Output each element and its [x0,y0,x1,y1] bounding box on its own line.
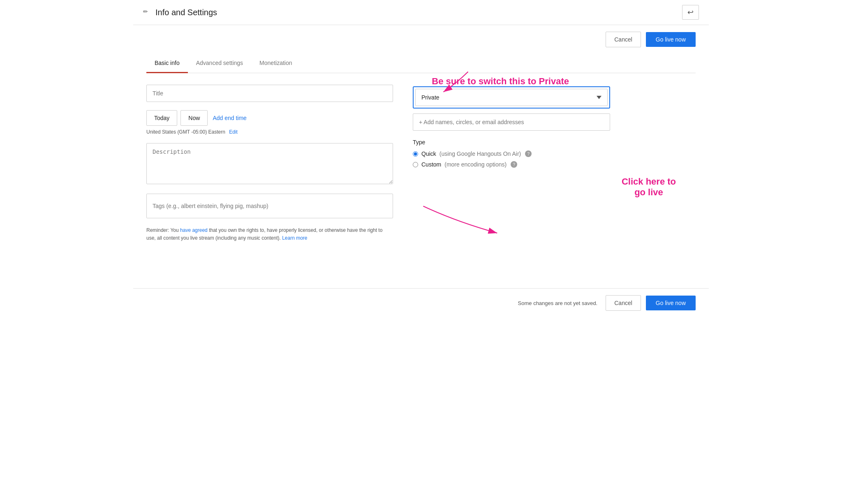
bottom-bar: Some changes are not yet saved. Cancel G… [133,288,709,317]
top-action-bar: Cancel Go live now [133,25,709,54]
type-quick-radio[interactable] [413,151,418,157]
privacy-select[interactable]: Private Public Unlisted [415,89,608,106]
description-input[interactable] [146,143,393,184]
bottom-status-text: Some changes are not yet saved. [518,300,598,306]
custom-help-icon[interactable]: ? [511,161,517,168]
title-input[interactable] [146,85,393,102]
tab-bar: Basic info Advanced settings Monetizatio… [146,54,696,73]
bottom-go-live-button[interactable]: Go live now [646,296,696,310]
tags-field-group [146,194,393,218]
page-title: Info and Settings [155,8,217,17]
quick-help-icon[interactable]: ? [525,150,532,157]
learn-more-link[interactable]: Learn more [282,235,307,241]
custom-sublabel: (more encoding options) [444,161,507,168]
type-custom-radio[interactable] [413,162,418,167]
timezone-edit-link[interactable]: Edit [229,129,238,135]
tab-basic-info[interactable]: Basic info [146,54,188,73]
timezone-row: United States (GMT -05:00) Eastern Edit [146,129,393,135]
reminder-text: Reminder: You have agreed that you own t… [146,227,393,242]
datetime-row: Today Now Add end time [146,110,393,126]
left-column: Today Now Add end time United States (GM… [146,85,393,242]
type-quick-option[interactable]: Quick (using Google Hangouts On Air) ? [413,150,610,157]
date-button[interactable]: Today [146,110,177,126]
add-end-time-button[interactable]: Add end time [211,111,248,125]
pencil-icon: ✏ [143,8,151,16]
bottom-cancel-button[interactable]: Cancel [606,295,641,311]
tab-advanced-settings[interactable]: Advanced settings [188,54,251,73]
title-field-group [146,85,393,102]
back-button[interactable]: ↩ [682,5,699,20]
type-radio-group: Quick (using Google Hangouts On Air) ? C… [413,150,610,168]
tab-monetization[interactable]: Monetization [251,54,300,73]
top-cancel-button[interactable]: Cancel [606,32,641,47]
type-custom-option[interactable]: Custom (more encoding options) ? [413,161,610,168]
quick-label: Quick [421,150,436,157]
right-column: Private Public Unlisted Type Quick (usin… [413,85,610,242]
quick-sublabel: (using Google Hangouts On Air) [440,150,521,157]
privacy-dropdown-wrapper: Private Public Unlisted [413,86,610,109]
back-icon: ↩ [687,8,694,16]
page-header: ✏ Info and Settings ↩ [133,0,709,25]
main-content: Be sure to switch this to Private Basic … [133,54,709,255]
tags-input[interactable] [146,194,393,218]
custom-label: Custom [421,161,441,168]
have-agreed-link[interactable]: have agreed [180,227,208,233]
timezone-text: United States (GMT -05:00) Eastern [146,129,225,135]
description-field-group [146,143,393,185]
add-people-input[interactable] [413,113,610,131]
time-button[interactable]: Now [180,110,208,126]
type-label: Type [413,139,610,146]
top-go-live-button[interactable]: Go live now [646,32,696,47]
